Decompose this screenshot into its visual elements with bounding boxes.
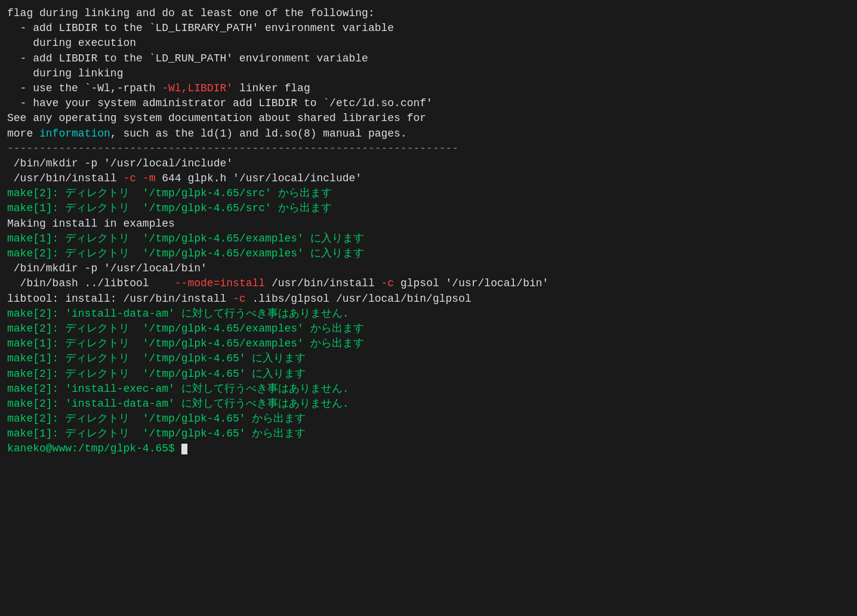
terminal-line: make[1]: ディレクトリ '/tmp/glpk-4.65' に入ります: [7, 351, 850, 366]
terminal-line: libtool: install: /usr/bin/install -c .l…: [7, 292, 850, 307]
terminal-line: /bin/mkdir -p '/usr/local/bin': [7, 261, 850, 276]
terminal-line: make[2]: ディレクトリ '/tmp/glpk-4.65/examples…: [7, 321, 850, 336]
terminal-line: - use the `-Wl,-rpath -Wl,LIBDIR' linker…: [7, 81, 850, 96]
terminal-line: make[1]: ディレクトリ '/tmp/glpk-4.65/examples…: [7, 231, 850, 246]
terminal-line: /bin/mkdir -p '/usr/local/include': [7, 156, 850, 171]
terminal-window: flag during linking and do at least one …: [7, 6, 850, 457]
terminal-line: flag during linking and do at least one …: [7, 6, 850, 21]
terminal-line: during linking: [7, 66, 850, 81]
terminal-line: /usr/bin/install -c -m 644 glpk.h '/usr/…: [7, 171, 850, 186]
terminal-line: make[1]: ディレクトリ '/tmp/glpk-4.65' から出ます: [7, 426, 850, 441]
terminal-line: make[2]: ディレクトリ '/tmp/glpk-4.65/src' から出…: [7, 186, 850, 201]
terminal-line: See any operating system documentation a…: [7, 111, 850, 126]
terminal-line: make[2]: 'install-data-am' に対して行うべき事はありま…: [7, 307, 850, 321]
terminal-line: make[2]: ディレクトリ '/tmp/glpk-4.65' から出ます: [7, 411, 850, 426]
terminal-line: - have your system administrator add LIB…: [7, 96, 850, 111]
terminal-line: make[2]: 'install-exec-am' に対して行うべき事はありま…: [7, 382, 850, 397]
terminal-line: kaneko@www:/tmp/glpk-4.65$: [7, 441, 850, 456]
terminal-line: /bin/bash ../libtool --mode=install /usr…: [7, 276, 850, 291]
terminal-line: ----------------------------------------…: [7, 141, 850, 156]
terminal-line: Making install in examples: [7, 216, 850, 231]
terminal-line: make[2]: ディレクトリ '/tmp/glpk-4.65/examples…: [7, 246, 850, 261]
terminal-line: make[2]: 'install-data-am' に対して行うべき事はありま…: [7, 397, 850, 411]
terminal-line: make[1]: ディレクトリ '/tmp/glpk-4.65/src' から出…: [7, 201, 850, 216]
terminal-cursor: [181, 444, 187, 454]
terminal-line: during execution: [7, 36, 850, 51]
terminal-line: make[2]: ディレクトリ '/tmp/glpk-4.65' に入ります: [7, 367, 850, 382]
terminal-line: more information, such as the ld(1) and …: [7, 126, 850, 141]
terminal-line: - add LIBDIR to the `LD_LIBRARY_PATH' en…: [7, 21, 850, 36]
terminal-line: - add LIBDIR to the `LD_RUN_PATH' enviro…: [7, 51, 850, 66]
terminal-line: make[1]: ディレクトリ '/tmp/glpk-4.65/examples…: [7, 336, 850, 351]
